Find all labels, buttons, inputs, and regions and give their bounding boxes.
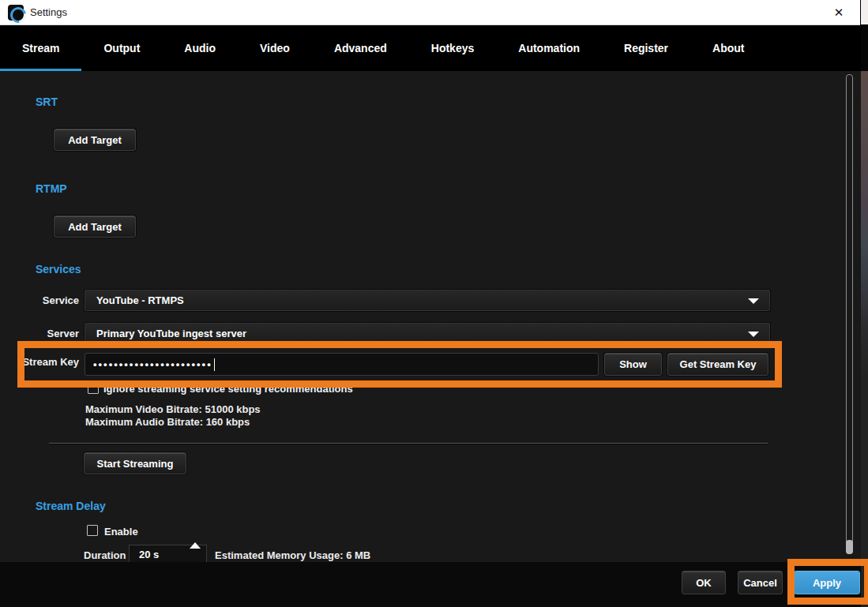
tab-stream[interactable]: Stream <box>0 25 81 71</box>
settings-content: SRT Add Target RTMP Add Target Services … <box>0 71 861 562</box>
server-dropdown-value: Primary YouTube ingest server <box>96 328 246 339</box>
get-stream-key-button[interactable]: Get Stream Key <box>667 353 768 376</box>
tab-label: Hotkeys <box>431 42 474 54</box>
tab-label: Output <box>103 42 140 54</box>
xsplit-logo-icon <box>8 5 24 21</box>
stream-key-input[interactable]: ••••••••••••••••••••••• <box>85 353 599 376</box>
title-bar: Settings ✕ <box>0 0 860 25</box>
tab-advanced[interactable]: Advanced <box>312 25 409 71</box>
srt-add-target-button[interactable]: Add Target <box>54 129 136 151</box>
tab-label: Video <box>260 42 290 54</box>
stream-delay-enable-label: Enable <box>104 526 138 538</box>
scrollbar-track[interactable] <box>846 74 853 554</box>
section-divider <box>49 443 768 444</box>
tab-label: About <box>712 42 744 54</box>
max-video-bitrate-text: Maximum Video Bitrate: 51000 kbps <box>85 403 261 415</box>
close-icon[interactable]: ✕ <box>825 0 852 25</box>
duration-spinner[interactable]: 20 s <box>129 545 207 562</box>
stream-delay-enable-checkbox[interactable] <box>87 525 98 536</box>
window-title: Settings <box>30 6 67 18</box>
stream-key-masked-value: ••••••••••••••••••••••• <box>93 358 212 370</box>
scrollbar[interactable] <box>844 71 856 562</box>
tab-output[interactable]: Output <box>81 25 162 71</box>
screen: Settings ✕ Stream Output Audio Video Adv… <box>0 0 868 607</box>
cancel-button[interactable]: Cancel <box>738 571 783 594</box>
apply-button[interactable]: Apply <box>794 571 860 594</box>
max-audio-bitrate-text: Maximum Audio Bitrate: 160 kbps <box>85 416 250 428</box>
server-label: Server <box>0 328 79 339</box>
estimated-memory-usage-text: Estimated Memory Usage: 6 MB <box>215 549 370 561</box>
ignore-recommendations-checkbox[interactable] <box>88 383 99 394</box>
tab-hotkeys[interactable]: Hotkeys <box>409 25 496 71</box>
service-label: Service <box>0 294 79 306</box>
text-caret <box>214 358 215 371</box>
service-dropdown-value: YouTube - RTMPS <box>96 294 184 306</box>
tab-label: Audio <box>184 42 216 54</box>
tab-label: Register <box>624 42 668 54</box>
tab-label: Advanced <box>334 42 387 54</box>
spinner-up-icon[interactable] <box>190 542 201 549</box>
tab-label: Automation <box>518 42 580 54</box>
chevron-down-icon <box>748 298 759 304</box>
tab-about[interactable]: About <box>690 25 766 71</box>
rtmp-add-target-button[interactable]: Add Target <box>54 215 136 238</box>
tab-register[interactable]: Register <box>602 25 690 71</box>
tab-video[interactable]: Video <box>238 25 312 71</box>
stream-delay-section-heading: Stream Delay <box>36 500 106 512</box>
chevron-down-icon <box>748 332 759 337</box>
services-section-heading: Services <box>36 263 81 275</box>
tab-audio[interactable]: Audio <box>162 25 238 71</box>
duration-label: Duration <box>84 549 126 561</box>
srt-section-heading: SRT <box>36 96 58 108</box>
stream-key-label: Stream Key <box>0 356 79 368</box>
duration-value: 20 s <box>139 549 159 560</box>
ignore-recommendations-label: Ignore streaming service setting recomme… <box>103 383 353 395</box>
rtmp-section-heading: RTMP <box>36 182 67 195</box>
footer-bar: OK Cancel Apply <box>0 562 861 607</box>
start-streaming-button[interactable]: Start Streaming <box>84 452 186 474</box>
show-key-button[interactable]: Show <box>604 353 662 376</box>
ok-button[interactable]: OK <box>682 571 726 594</box>
tab-label: Stream <box>22 42 59 54</box>
background-app-strip <box>860 0 868 607</box>
settings-window: Settings ✕ Stream Output Audio Video Adv… <box>0 0 861 607</box>
scrollbar-thumb[interactable] <box>846 540 853 554</box>
tab-automation[interactable]: Automation <box>496 25 602 71</box>
server-dropdown[interactable]: Primary YouTube ingest server <box>85 323 770 344</box>
tab-bar: Stream Output Audio Video Advanced Hotke… <box>0 25 860 71</box>
service-dropdown[interactable]: YouTube - RTMPS <box>85 290 770 311</box>
